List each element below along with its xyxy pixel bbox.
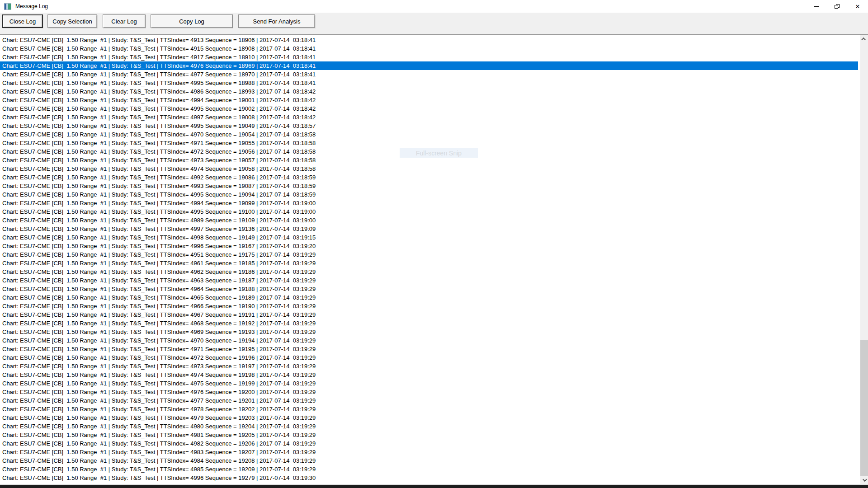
- log-row[interactable]: Chart: ESU7-CME [CB] 1.50 Range #1 | Stu…: [0, 259, 858, 267]
- log-row[interactable]: Chart: ESU7-CME [CB] 1.50 Range #1 | Stu…: [0, 285, 858, 293]
- log-row[interactable]: Chart: ESU7-CME [CB] 1.50 Range #1 | Stu…: [0, 79, 858, 87]
- log-row[interactable]: Chart: ESU7-CME [CB] 1.50 Range #1 | Stu…: [0, 250, 858, 259]
- log-row[interactable]: Chart: ESU7-CME [CB] 1.50 Range #1 | Stu…: [0, 371, 858, 379]
- log-list[interactable]: Chart: ESU7-CME [CB] 1.50 Range #1 | Stu…: [0, 34, 868, 484]
- close-button[interactable]: ✕: [847, 0, 868, 13]
- log-row[interactable]: Chart: ESU7-CME [CB] 1.50 Range #1 | Stu…: [0, 422, 858, 431]
- log-row[interactable]: Chart: ESU7-CME [CB] 1.50 Range #1 | Stu…: [0, 431, 858, 439]
- minimize-icon: [814, 6, 819, 7]
- copy-log-button[interactable]: Copy Log: [151, 14, 233, 28]
- log-row[interactable]: Chart: ESU7-CME [CB] 1.50 Range #1 | Stu…: [0, 156, 858, 164]
- log-row[interactable]: Chart: ESU7-CME [CB] 1.50 Range #1 | Stu…: [0, 362, 858, 371]
- log-row[interactable]: Chart: ESU7-CME [CB] 1.50 Range #1 | Stu…: [0, 336, 858, 345]
- log-row[interactable]: Chart: ESU7-CME [CB] 1.50 Range #1 | Stu…: [0, 182, 858, 190]
- log-row[interactable]: Chart: ESU7-CME [CB] 1.50 Range #1 | Stu…: [0, 319, 858, 328]
- log-row[interactable]: Chart: ESU7-CME [CB] 1.50 Range #1 | Stu…: [0, 96, 858, 104]
- log-row[interactable]: Chart: ESU7-CME [CB] 1.50 Range #1 | Stu…: [0, 465, 858, 474]
- scroll-down-button[interactable]: [860, 476, 868, 484]
- log-row[interactable]: Chart: ESU7-CME [CB] 1.50 Range #1 | Stu…: [0, 242, 858, 250]
- log-row[interactable]: Chart: ESU7-CME [CB] 1.50 Range #1 | Stu…: [0, 122, 858, 130]
- log-row[interactable]: Chart: ESU7-CME [CB] 1.50 Range #1 | Stu…: [0, 147, 858, 156]
- taskbar-sliver: [0, 485, 868, 488]
- log-row[interactable]: Chart: ESU7-CME [CB] 1.50 Range #1 | Stu…: [0, 44, 858, 53]
- log-row[interactable]: Chart: ESU7-CME [CB] 1.50 Range #1 | Stu…: [0, 388, 858, 396]
- close-icon: ✕: [855, 4, 860, 9]
- log-row[interactable]: Chart: ESU7-CME [CB] 1.50 Range #1 | Stu…: [0, 36, 858, 44]
- log-row[interactable]: Chart: ESU7-CME [CB] 1.50 Range #1 | Stu…: [0, 233, 858, 242]
- log-row[interactable]: Chart: ESU7-CME [CB] 1.50 Range #1 | Stu…: [0, 53, 858, 61]
- log-row[interactable]: Chart: ESU7-CME [CB] 1.50 Range #1 | Stu…: [0, 267, 858, 276]
- log-row[interactable]: Chart: ESU7-CME [CB] 1.50 Range #1 | Stu…: [0, 456, 858, 465]
- log-row[interactable]: Chart: ESU7-CME [CB] 1.50 Range #1 | Stu…: [0, 439, 858, 448]
- log-row[interactable]: Chart: ESU7-CME [CB] 1.50 Range #1 | Stu…: [0, 225, 858, 233]
- chevron-down-icon: [863, 477, 867, 482]
- log-row[interactable]: Chart: ESU7-CME [CB] 1.50 Range #1 | Stu…: [0, 113, 858, 122]
- log-row[interactable]: Chart: ESU7-CME [CB] 1.50 Range #1 | Stu…: [0, 216, 858, 225]
- restore-button[interactable]: [826, 0, 847, 13]
- minimize-button[interactable]: [806, 0, 826, 13]
- log-row[interactable]: Chart: ESU7-CME [CB] 1.50 Range #1 | Stu…: [0, 164, 858, 173]
- log-row[interactable]: Chart: ESU7-CME [CB] 1.50 Range #1 | Stu…: [0, 70, 858, 79]
- log-row[interactable]: Chart: ESU7-CME [CB] 1.50 Range #1 | Stu…: [0, 130, 858, 139]
- log-row[interactable]: Chart: ESU7-CME [CB] 1.50 Range #1 | Stu…: [0, 190, 858, 199]
- app-icon: [4, 3, 11, 10]
- scrollbar-thumb[interactable]: [860, 340, 868, 477]
- scroll-up-button[interactable]: [860, 35, 868, 43]
- log-row[interactable]: Chart: ESU7-CME [CB] 1.50 Range #1 | Stu…: [0, 173, 858, 182]
- log-row[interactable]: Chart: ESU7-CME [CB] 1.50 Range #1 | Stu…: [0, 396, 858, 405]
- log-row[interactable]: Chart: ESU7-CME [CB] 1.50 Range #1 | Stu…: [0, 139, 858, 147]
- log-row[interactable]: Chart: ESU7-CME [CB] 1.50 Range #1 | Stu…: [0, 276, 858, 285]
- log-row[interactable]: Chart: ESU7-CME [CB] 1.50 Range #1 | Stu…: [0, 87, 858, 96]
- log-row[interactable]: Chart: ESU7-CME [CB] 1.50 Range #1 | Stu…: [0, 328, 858, 336]
- log-row[interactable]: Chart: ESU7-CME [CB] 1.50 Range #1 | Stu…: [0, 302, 858, 310]
- window-title: Message Log: [15, 3, 48, 9]
- log-row-selected[interactable]: Chart: ESU7-CME [CB] 1.50 Range #1 | Stu…: [0, 61, 858, 70]
- toolbar: Close Log Copy Selection Clear Log Copy …: [0, 13, 868, 34]
- chevron-up-icon: [861, 38, 866, 42]
- send-for-analysis-button[interactable]: Send For Analysis: [238, 14, 315, 28]
- log-row[interactable]: Chart: ESU7-CME [CB] 1.50 Range #1 | Stu…: [0, 353, 858, 362]
- vertical-scrollbar[interactable]: [860, 35, 868, 484]
- log-row[interactable]: Chart: ESU7-CME [CB] 1.50 Range #1 | Stu…: [0, 379, 858, 388]
- log-row[interactable]: Chart: ESU7-CME [CB] 1.50 Range #1 | Stu…: [0, 474, 858, 482]
- log-row[interactable]: Chart: ESU7-CME [CB] 1.50 Range #1 | Stu…: [0, 345, 858, 353]
- copy-selection-button[interactable]: Copy Selection: [47, 14, 97, 28]
- caption-buttons: ✕: [806, 0, 868, 13]
- log-row[interactable]: Chart: ESU7-CME [CB] 1.50 Range #1 | Stu…: [0, 413, 858, 422]
- log-row[interactable]: Chart: ESU7-CME [CB] 1.50 Range #1 | Stu…: [0, 293, 858, 302]
- log-row[interactable]: Chart: ESU7-CME [CB] 1.50 Range #1 | Stu…: [0, 448, 858, 456]
- title-bar: Message Log ✕: [0, 0, 868, 13]
- log-row[interactable]: Chart: ESU7-CME [CB] 1.50 Range #1 | Stu…: [0, 199, 858, 207]
- message-log-window: Message Log ✕ Close Log Copy Selection C…: [0, 0, 868, 488]
- clear-log-button[interactable]: Clear Log: [103, 14, 146, 28]
- log-row[interactable]: Chart: ESU7-CME [CB] 1.50 Range #1 | Stu…: [0, 207, 858, 216]
- log-row[interactable]: Chart: ESU7-CME [CB] 1.50 Range #1 | Stu…: [0, 405, 858, 413]
- log-row[interactable]: Chart: ESU7-CME [CB] 1.50 Range #1 | Stu…: [0, 310, 858, 319]
- restore-icon: [835, 4, 840, 9]
- log-row[interactable]: Chart: ESU7-CME [CB] 1.50 Range #1 | Stu…: [0, 104, 858, 113]
- close-log-button[interactable]: Close Log: [2, 14, 43, 28]
